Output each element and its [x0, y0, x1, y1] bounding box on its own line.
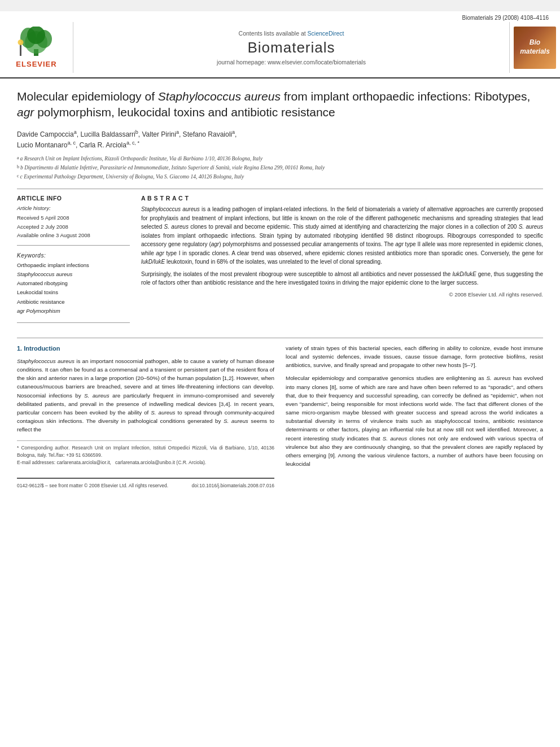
intro-para-1: Staphylococcus aureus is an important no…	[17, 357, 274, 434]
abstract-label: A B S T R A C T	[141, 195, 543, 202]
intro-para-3: Molecular epidemiology and comparative g…	[286, 374, 543, 468]
journal-url: journal homepage: www.elsevier.com/locat…	[217, 59, 366, 65]
body-section: 1. Introduction Staphylococcus aureus is…	[17, 344, 543, 490]
footnote-text: * Corresponding author. Research Unit on…	[17, 444, 274, 466]
divider-1	[17, 189, 543, 189]
intro-heading: 1. Introduction	[17, 344, 274, 353]
footnote-divider	[17, 440, 172, 441]
footer-issn: 0142-9612/$ – see front matter © 2008 El…	[17, 482, 168, 490]
divider-body	[17, 338, 543, 338]
body-col-right: variety of strain types of this bacteria…	[286, 344, 543, 490]
authors-line: Davide Campocciaa, Lucilla Baldassarrib,…	[17, 129, 543, 150]
article-info-abstract: ARTICLE INFO Article history: Received 5…	[17, 195, 543, 328]
elsevier-brand-text: ELSEVIER	[16, 60, 56, 68]
affiliations: aa Research Unit on Implant Infections, …	[17, 155, 543, 181]
keywords-label: Keywords:	[17, 252, 130, 259]
svg-rect-5	[20, 43, 21, 56]
abstract-para-1: Staphylococcus aureus is a leading patho…	[141, 205, 543, 267]
divider-keywords	[17, 245, 130, 246]
keyword-5: Antibiotic resistance	[17, 298, 130, 307]
footer-bar: 0142-9612/$ – see front matter © 2008 El…	[17, 478, 274, 490]
abstract-text: Staphylococcus aureus is a leading patho…	[141, 205, 543, 299]
journal-header: Biomaterials 29 (2008) 4108–4116 ELSEVIE…	[0, 11, 560, 78]
svg-point-4	[27, 27, 45, 44]
main-content: Molecular epidemiology of Staphylococcus…	[0, 78, 560, 501]
keywords-section: Keywords: Orthopaedic implant infections…	[17, 252, 130, 316]
copyright-line: © 2008 Elsevier Ltd. All rights reserved…	[141, 291, 543, 299]
article-dates: Received 5 April 2008 Accepted 2 July 20…	[17, 213, 130, 239]
journal-title: Biomaterials	[247, 39, 335, 56]
divider-end-info	[17, 322, 130, 323]
abstract-col: A B S T R A C T Staphylococcus aureus is…	[141, 195, 543, 328]
keyword-1: Orthopaedic implant infections	[17, 261, 130, 270]
journal-center-header: Contents lists available at ScienceDirec…	[73, 22, 509, 73]
footer-doi: doi:10.1016/j.biomaterials.2008.07.016	[192, 482, 275, 490]
article-history-label: Article history:	[17, 205, 130, 211]
keyword-3: Automated ribotyping	[17, 279, 130, 288]
elsevier-tree-icon	[11, 27, 62, 58]
article-info-col: ARTICLE INFO Article history: Received 5…	[17, 195, 130, 328]
body-col-left: 1. Introduction Staphylococcus aureus is…	[17, 344, 274, 490]
keyword-2: Staphylococcus aureus	[17, 270, 130, 279]
article-title: Molecular epidemiology of Staphylococcus…	[17, 89, 543, 121]
page: Biomaterials 29 (2008) 4108–4116 ELSEVIE…	[0, 11, 560, 747]
keyword-6: agr Polymorphism	[17, 307, 130, 316]
journal-ref: Biomaterials 29 (2008) 4108–4116	[0, 11, 560, 22]
svg-point-6	[18, 40, 23, 45]
keyword-4: Leukocidal toxins	[17, 288, 130, 297]
article-info-label: ARTICLE INFO	[17, 195, 130, 202]
intro-para-2: variety of strain types of this bacteria…	[286, 344, 543, 370]
biomaterials-logo-right: Bio materials	[509, 22, 560, 73]
biomaterials-logo-box: Bio materials	[514, 27, 556, 69]
sciencedirect-label: Contents lists available at ScienceDirec…	[239, 30, 344, 37]
elsevier-logo: ELSEVIER	[0, 22, 73, 73]
abstract-para-2: Surprisingly, the isolates of the most p…	[141, 270, 543, 287]
sciencedirect-link[interactable]: ScienceDirect	[308, 30, 344, 37]
